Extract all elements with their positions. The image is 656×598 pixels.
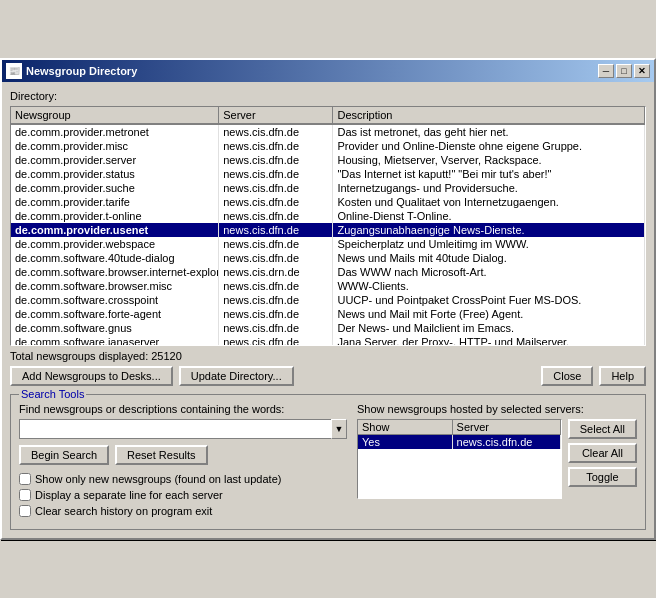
directory-label: Directory: — [10, 90, 646, 102]
table-header-row: Newsgroup Server Description — [11, 107, 645, 124]
checkbox-clear-history[interactable] — [19, 505, 31, 517]
find-label: Find newsgroups or descriptions containi… — [19, 403, 347, 415]
table-row[interactable]: de.comm.provider.usenetnews.cis.dfn.deZu… — [11, 223, 645, 237]
table-row[interactable]: de.comm.provider.suchenews.cis.dfn.deInt… — [11, 181, 645, 195]
title-bar-left: 📰 Newsgroup Directory — [6, 63, 137, 79]
checkbox-new-newsgroups[interactable] — [19, 473, 31, 485]
server-label: Show newsgroups hosted by selected serve… — [357, 403, 637, 415]
table-row[interactable]: de.comm.provider.webspacenews.cis.dfn.de… — [11, 237, 645, 251]
search-tools-group: Search Tools Find newsgroups or descript… — [10, 394, 646, 530]
table-row[interactable]: de.comm.provider.t-onlinenews.cis.dfn.de… — [11, 209, 645, 223]
window-close-button[interactable]: ✕ — [634, 64, 650, 78]
server-table-row[interactable]: Yesnews.cis.dfn.de — [358, 435, 560, 450]
total-count: Total newsgroups displayed: 25120 — [10, 350, 646, 362]
main-window: 📰 Newsgroup Directory ─ □ ✕ Directory: N… — [0, 58, 656, 540]
server-area: Show Server Yesnews.cis.dfn.de — [357, 419, 637, 505]
reset-results-button[interactable]: Reset Results — [115, 445, 207, 465]
checkbox-label-3: Clear search history on program exit — [35, 505, 212, 517]
clear-all-button[interactable]: Clear All — [568, 443, 637, 463]
title-bar-buttons: ─ □ ✕ — [598, 64, 650, 78]
server-table: Show Server Yesnews.cis.dfn.de — [358, 420, 561, 449]
checkbox-row-2: Display a separate line for each server — [19, 489, 347, 501]
maximize-button[interactable]: □ — [616, 64, 632, 78]
table-row[interactable]: de.comm.software.40tude-dialognews.cis.d… — [11, 251, 645, 265]
table-row[interactable]: de.comm.software.janaservernews.cis.dfn.… — [11, 335, 645, 346]
window-icon: 📰 — [6, 63, 22, 79]
server-header-row: Show Server — [358, 420, 560, 435]
table-row[interactable]: de.comm.provider.servernews.cis.dfn.deHo… — [11, 153, 645, 167]
window-content: Directory: Newsgroup Server Description … — [2, 82, 654, 538]
search-tools-legend: Search Tools — [19, 388, 86, 400]
search-right: Show newsgroups hosted by selected serve… — [357, 403, 637, 521]
select-all-button[interactable]: Select All — [568, 419, 637, 439]
newsgroup-table: Newsgroup Server Description de.comm.pro… — [11, 107, 645, 346]
server-table-container[interactable]: Show Server Yesnews.cis.dfn.de — [357, 419, 562, 499]
search-combo-container: ▼ — [19, 419, 347, 439]
checkbox-row-3: Clear search history on program exit — [19, 505, 347, 517]
search-input[interactable] — [19, 419, 331, 439]
server-table-wrapper: Show Server Yesnews.cis.dfn.de — [357, 419, 562, 505]
table-row[interactable]: de.comm.software.forte-agentnews.cis.dfn… — [11, 307, 645, 321]
combo-dropdown-button[interactable]: ▼ — [331, 419, 347, 439]
help-button[interactable]: Help — [599, 366, 646, 386]
search-left: Find newsgroups or descriptions containi… — [19, 403, 347, 521]
begin-search-button[interactable]: Begin Search — [19, 445, 109, 465]
add-newsgroups-button[interactable]: Add Newsgroups to Desks... — [10, 366, 173, 386]
main-button-row: Add Newsgroups to Desks... Update Direct… — [10, 366, 646, 386]
checkbox-label-2: Display a separate line for each server — [35, 489, 223, 501]
table-row[interactable]: de.comm.provider.tarifenews.cis.dfn.deKo… — [11, 195, 645, 209]
newsgroup-table-container[interactable]: Newsgroup Server Description de.comm.pro… — [10, 106, 646, 346]
table-row[interactable]: de.comm.software.crosspointnews.cis.dfn.… — [11, 293, 645, 307]
server-buttons: Select All Clear All Toggle — [568, 419, 637, 487]
checkbox-row-1: Show only new newsgroups (found on last … — [19, 473, 347, 485]
table-row[interactable]: de.comm.provider.miscnews.cis.dfn.deProv… — [11, 139, 645, 153]
table-row[interactable]: de.comm.software.browser.miscnews.cis.df… — [11, 279, 645, 293]
window-title: Newsgroup Directory — [26, 65, 137, 77]
server-col-show: Show — [358, 420, 452, 435]
table-row[interactable]: de.comm.provider.statusnews.cis.dfn.de"D… — [11, 167, 645, 181]
col-header-description: Description — [333, 107, 645, 124]
col-header-server: Server — [219, 107, 333, 124]
update-directory-button[interactable]: Update Directory... — [179, 366, 294, 386]
table-row[interactable]: de.comm.provider.metronetnews.cis.dfn.de… — [11, 124, 645, 139]
table-row[interactable]: de.comm.software.gnusnews.cis.dfn.deDer … — [11, 321, 645, 335]
search-tools-inner: Find newsgroups or descriptions containi… — [19, 403, 637, 521]
server-col-server: Server — [452, 420, 560, 435]
col-header-newsgroup: Newsgroup — [11, 107, 219, 124]
close-button[interactable]: Close — [541, 366, 593, 386]
title-bar: 📰 Newsgroup Directory ─ □ ✕ — [2, 60, 654, 82]
toggle-button[interactable]: Toggle — [568, 467, 637, 487]
search-buttons: Begin Search Reset Results — [19, 445, 347, 465]
checkbox-separate-line[interactable] — [19, 489, 31, 501]
table-row[interactable]: de.comm.software.browser.internet-explor… — [11, 265, 645, 279]
checkbox-label-1: Show only new newsgroups (found on last … — [35, 473, 281, 485]
minimize-button[interactable]: ─ — [598, 64, 614, 78]
